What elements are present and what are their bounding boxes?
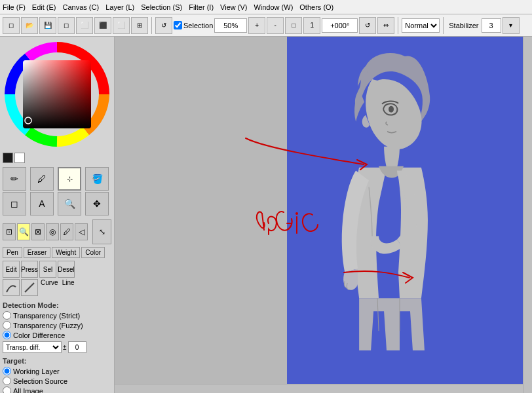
selection-checkbox[interactable] bbox=[174, 21, 182, 29]
radio-all-image-label: All Image bbox=[13, 387, 43, 394]
zoom-input[interactable]: 50% bbox=[214, 18, 247, 33]
angle-input[interactable]: +000° bbox=[322, 18, 358, 33]
transp-diff-select[interactable]: Transp. diff. bbox=[3, 341, 62, 353]
blend-mode-select[interactable]: Normal bbox=[402, 18, 440, 33]
angle-reset[interactable]: ↺ bbox=[359, 17, 376, 34]
target-title: Target: bbox=[3, 357, 111, 365]
radio-all-image-row: All Image bbox=[3, 386, 111, 393]
pen-edit[interactable]: Edit bbox=[3, 261, 20, 278]
pen-curve-icon[interactable] bbox=[3, 279, 20, 296]
pen-deselect[interactable]: Desel bbox=[58, 261, 75, 278]
plusminus-label: ± bbox=[63, 344, 67, 351]
small-tool-5[interactable]: 🖊 bbox=[60, 223, 73, 240]
zoom-in[interactable]: + bbox=[248, 17, 265, 34]
sep3 bbox=[443, 17, 444, 34]
pen-line-icon[interactable] bbox=[21, 279, 38, 296]
menu-canvas[interactable]: Canvas (C) bbox=[63, 3, 100, 11]
toolbar-btn7[interactable]: ⬜ bbox=[113, 17, 130, 34]
toolbar-new[interactable]: ◻ bbox=[3, 17, 20, 34]
menu-view[interactable]: View (V) bbox=[220, 3, 247, 11]
radio-all-image[interactable] bbox=[3, 386, 11, 393]
pen-toolbar: Pen Eraser Weight Color bbox=[0, 246, 114, 259]
left-panel: ✏ 🖊 ⊹ 🪣 ◻ A 🔍 ✥ ⊡ 🔍 ⊠ ◎ 🖊 ◁ ⤡ Pen Eraser… bbox=[0, 37, 115, 393]
zoom-100[interactable]: 1 bbox=[303, 17, 320, 34]
selection-label: Selection bbox=[183, 22, 213, 29]
stabilizer-down[interactable]: ▾ bbox=[503, 17, 520, 34]
tool-pen[interactable]: ✏ bbox=[3, 167, 26, 191]
background-swatch[interactable] bbox=[14, 153, 25, 163]
small-tool-2[interactable]: 🔍 bbox=[17, 223, 30, 240]
toolbar-save[interactable]: 💾 bbox=[39, 17, 56, 34]
tool-brush[interactable]: 🖊 bbox=[30, 167, 54, 191]
flip-h[interactable]: ⇔ bbox=[377, 17, 394, 34]
toolbar-rotate[interactable]: ↺ bbox=[155, 17, 172, 34]
tool-eraser[interactable]: ◻ bbox=[3, 192, 26, 215]
tool-text[interactable]: A bbox=[30, 192, 54, 215]
radio-transparency-strict-label: Transparency (Strict) bbox=[13, 312, 80, 320]
radio-selection-source[interactable] bbox=[3, 377, 11, 385]
toolbar-open[interactable]: 📂 bbox=[21, 17, 38, 34]
main-layout: ✏ 🖊 ⊹ 🪣 ◻ A 🔍 ✥ ⊡ 🔍 ⊠ ◎ 🖊 ◁ ⤡ Pen Eraser… bbox=[0, 37, 532, 393]
transp-diff-row: Transp. diff. ± bbox=[3, 341, 111, 353]
curve-label: Curve bbox=[41, 279, 58, 296]
menu-window[interactable]: Window (W) bbox=[254, 3, 293, 11]
toolbar-btn6[interactable]: ⬛ bbox=[94, 17, 111, 34]
stabilizer-input[interactable]: 3 bbox=[482, 18, 501, 33]
zoom-fit[interactable]: □ bbox=[285, 17, 302, 34]
foreground-swatch[interactable] bbox=[3, 153, 13, 163]
weight-tab[interactable]: Weight bbox=[52, 247, 80, 258]
selection-checkbox-group: Selection bbox=[174, 21, 213, 29]
menu-file[interactable]: File (F) bbox=[3, 3, 26, 11]
color-wheel-svg[interactable] bbox=[5, 42, 109, 147]
radio-transparency-fuzzy-row: Transparency (Fuzzy) bbox=[3, 321, 111, 329]
tool-select[interactable]: ⊹ bbox=[58, 167, 81, 191]
radio-transparency-strict[interactable] bbox=[3, 311, 11, 320]
tool-fill[interactable]: 🪣 bbox=[85, 167, 109, 191]
toolbar: ◻ 📂 💾 ◻ ⬜ ⬛ ⬜ ⊞ ↺ Selection 50% + - □ 1 … bbox=[0, 14, 532, 37]
vertical-scrollbar[interactable] bbox=[523, 37, 532, 393]
line-label: Line bbox=[62, 279, 75, 296]
radio-selection-source-label: Selection Source bbox=[13, 377, 67, 385]
menu-others[interactable]: Others (O) bbox=[299, 3, 333, 11]
pen-select[interactable]: Sel bbox=[39, 261, 56, 278]
tool-move[interactable]: ✥ bbox=[85, 192, 109, 215]
small-tool-4[interactable]: ◎ bbox=[46, 223, 59, 240]
small-tool-3[interactable]: ⊠ bbox=[31, 223, 45, 240]
menu-selection[interactable]: Selection (S) bbox=[141, 3, 182, 11]
radio-color-diff-label: Color Difference bbox=[13, 331, 65, 339]
menu-filter[interactable]: Filter (I) bbox=[189, 3, 214, 11]
horizontal-scrollbar[interactable] bbox=[115, 384, 523, 393]
transp-val-input[interactable] bbox=[68, 341, 86, 353]
color-tab[interactable]: Color bbox=[81, 247, 105, 258]
radio-working-layer-row: Working Layer bbox=[3, 367, 111, 375]
pen-rows: Edit Press Sel Desel Curve Line bbox=[0, 259, 114, 299]
pen-pressure[interactable]: Press bbox=[21, 261, 38, 278]
radio-transparency-strict-row: Transparency (Strict) bbox=[3, 311, 111, 320]
radio-color-diff[interactable] bbox=[3, 331, 11, 339]
svg-point-1 bbox=[389, 106, 394, 113]
color-swatches bbox=[0, 151, 114, 164]
toolbar-btn8[interactable]: ⊞ bbox=[131, 17, 148, 34]
canvas-area[interactable] bbox=[115, 37, 532, 393]
pen-tab[interactable]: Pen bbox=[3, 247, 22, 258]
svg-line-0 bbox=[25, 283, 34, 292]
color-wheel-area[interactable] bbox=[5, 40, 109, 148]
menu-edit[interactable]: Edit (E) bbox=[32, 3, 56, 11]
small-tool-6[interactable]: ◁ bbox=[75, 223, 88, 240]
radio-transparency-fuzzy[interactable] bbox=[3, 321, 11, 329]
tool-zoom[interactable]: 🔍 bbox=[58, 192, 81, 215]
menu-layer[interactable]: Layer (L) bbox=[105, 3, 134, 11]
radio-working-layer-label: Working Layer bbox=[13, 367, 60, 375]
radio-color-diff-row: Color Difference bbox=[3, 331, 111, 339]
small-tool-1[interactable]: ⊡ bbox=[3, 223, 16, 240]
eraser-tab[interactable]: Eraser bbox=[24, 247, 50, 258]
small-tool-resize[interactable]: ⤡ bbox=[92, 219, 111, 244]
zoom-out[interactable]: - bbox=[267, 17, 284, 34]
tool-icons: ✏ 🖊 ⊹ 🪣 ◻ A 🔍 ✥ bbox=[0, 164, 114, 218]
color-brightness-box[interactable] bbox=[23, 60, 91, 128]
sep1 bbox=[151, 17, 152, 34]
radio-working-layer[interactable] bbox=[3, 367, 11, 375]
small-tools: ⊡ 🔍 ⊠ ◎ 🖊 ◁ ⤡ bbox=[0, 218, 114, 246]
toolbar-btn5[interactable]: ⬜ bbox=[76, 17, 93, 34]
toolbar-btn4[interactable]: ◻ bbox=[58, 17, 75, 34]
